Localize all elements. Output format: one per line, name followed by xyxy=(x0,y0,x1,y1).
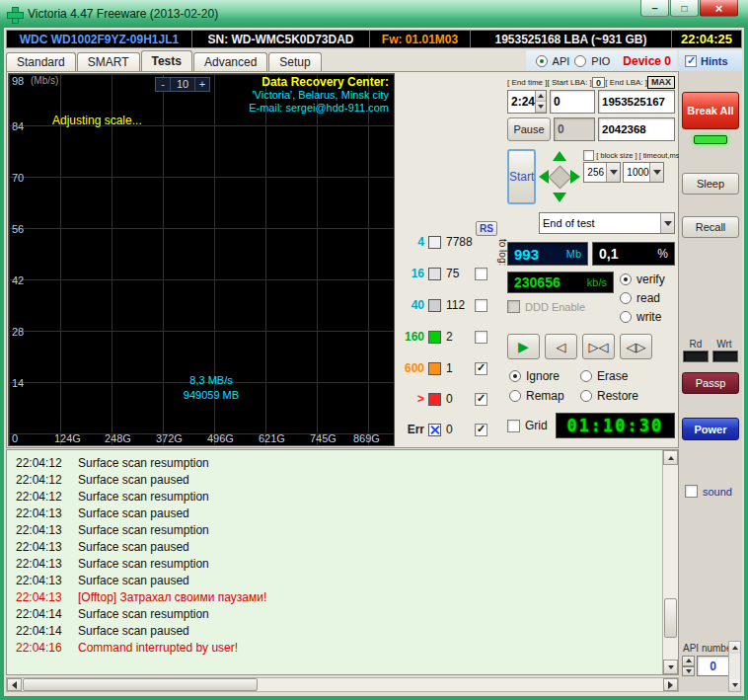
passp-button[interactable]: Passp xyxy=(682,372,739,394)
tab-setup[interactable]: Setup xyxy=(268,52,321,71)
log-scrollbar[interactable] xyxy=(662,450,678,674)
log-time: 22:04:12 xyxy=(7,473,78,487)
scrollbar-thumb[interactable] xyxy=(664,598,677,638)
scrollbar-left-button[interactable] xyxy=(7,678,22,691)
break-all-button[interactable]: Break All xyxy=(682,92,739,129)
transport-seek-forward-button[interactable]: ▷◁ xyxy=(582,334,615,359)
y-axis-label: 28 xyxy=(12,326,24,338)
hints-toggle[interactable]: Hints xyxy=(679,50,742,71)
tab-standard[interactable]: Standard xyxy=(6,52,76,71)
start-lba-rounds[interactable]: 0 xyxy=(592,77,605,88)
log-message: Surface scan resumption xyxy=(78,523,662,537)
end-action-select[interactable]: End of test xyxy=(539,212,675,234)
grid-toggle[interactable]: Grid xyxy=(507,419,548,432)
client-area: WDC WD1002F9YZ-09H1JL1 SN: WD-WMC5K0D73D… xyxy=(4,28,744,696)
combo-column: [ block size ] [ timeout,ms ] 256 10000 xyxy=(583,149,683,206)
dropdown-button[interactable] xyxy=(606,163,620,182)
current-lba-field[interactable]: 2042368 xyxy=(598,117,675,141)
log-checkbox[interactable] xyxy=(475,424,487,436)
close-button[interactable] xyxy=(700,0,738,17)
action-ignore[interactable]: Ignore xyxy=(509,369,580,383)
log-row: 22:04:13Surface scan paused xyxy=(7,538,662,555)
nav-left-icon xyxy=(539,170,549,184)
scrollbar-up-button[interactable] xyxy=(729,642,740,654)
y-axis-label: 56 xyxy=(12,223,24,235)
log-checkbox[interactable] xyxy=(475,393,487,406)
end-lba-input[interactable]: 1953525167 xyxy=(598,90,675,114)
log-checkbox[interactable] xyxy=(475,331,487,344)
action-restore[interactable]: Restore xyxy=(580,389,657,403)
end-time-spinner[interactable]: 2:24 xyxy=(507,90,547,114)
log-checkbox[interactable] xyxy=(475,362,487,375)
tab-tests[interactable]: Tests xyxy=(141,50,192,71)
transport-step-back-button[interactable]: ◁ xyxy=(545,334,577,359)
hints-checkbox[interactable] xyxy=(685,55,697,67)
scale-value: 10 xyxy=(171,78,194,91)
sound-toggle[interactable]: sound xyxy=(685,485,732,498)
scrollbar-up-button[interactable] xyxy=(663,450,678,465)
tab-extras: API PIO Device 0 xyxy=(526,50,677,71)
recall-button[interactable]: Recall xyxy=(682,216,739,238)
scrollbar-right-button[interactable] xyxy=(663,678,678,691)
horizontal-scrollbar[interactable] xyxy=(6,677,679,692)
time-spin-buttons[interactable] xyxy=(535,91,546,113)
latency-row-16: 16 75 xyxy=(399,266,497,281)
spin-up-button[interactable] xyxy=(682,656,695,666)
scale-minus-button[interactable]: - xyxy=(156,78,171,91)
timeout-select[interactable]: 10000 xyxy=(623,162,664,183)
max-button[interactable]: MAX xyxy=(647,76,675,89)
spin-down-button[interactable] xyxy=(682,666,695,677)
tab-advanced[interactable]: Advanced xyxy=(193,52,267,71)
minimize-button[interactable] xyxy=(640,0,669,17)
transport-seek-span-button[interactable]: ◁▷ xyxy=(620,334,652,359)
wrt-indicator xyxy=(712,350,738,362)
dropdown-button[interactable] xyxy=(649,163,663,182)
api-number-field[interactable]: 0 xyxy=(697,656,729,676)
sidebar-scrollbar[interactable] xyxy=(728,641,741,692)
ddd-enable-row[interactable]: DDD Enable xyxy=(507,300,614,313)
action-label: Restore xyxy=(597,389,638,403)
sleep-button[interactable]: Sleep xyxy=(682,173,739,194)
start-lba-input[interactable]: 0 xyxy=(550,90,595,114)
tab-smart[interactable]: SMART xyxy=(77,52,140,71)
api-radio[interactable] xyxy=(536,55,548,67)
latency-count: 75 xyxy=(446,267,459,280)
mode-radios: verify read write xyxy=(620,272,675,324)
latency-threshold-label: 600 xyxy=(399,361,424,375)
action-remap[interactable]: Remap xyxy=(509,389,580,403)
spin-down-button[interactable] xyxy=(536,102,546,113)
maximize-button[interactable] xyxy=(670,0,699,17)
scrollbar-down-button[interactable] xyxy=(729,679,740,691)
log-checkbox[interactable] xyxy=(475,268,487,280)
grid-checkbox[interactable] xyxy=(507,420,520,432)
mode-write[interactable]: write xyxy=(620,310,675,324)
latency-count: 2 xyxy=(446,330,453,344)
transport-play-button[interactable]: ▶ xyxy=(507,334,540,359)
grid-label: Grid xyxy=(525,419,548,432)
arrow-down-icon xyxy=(686,669,692,673)
spin-up-button[interactable] xyxy=(536,91,546,102)
start-button[interactable]: Start xyxy=(507,149,536,204)
scrollbar-down-button[interactable] xyxy=(663,660,678,674)
speed-graph: 98 (Mb/s) 84 70 56 42 28 14 0 124G 248G … xyxy=(8,73,395,446)
power-button[interactable]: Power xyxy=(682,418,739,440)
radio-icon xyxy=(509,390,521,402)
x-axis-label: 745G xyxy=(310,432,337,444)
dropdown-button[interactable] xyxy=(660,213,674,233)
navigation-pad[interactable] xyxy=(539,149,580,204)
action-erase[interactable]: Erase xyxy=(580,369,657,383)
scale-plus-button[interactable]: + xyxy=(194,78,209,91)
block-size-select[interactable]: 256 xyxy=(583,162,621,183)
pio-radio[interactable] xyxy=(574,55,586,67)
mode-verify[interactable]: verify xyxy=(620,272,675,286)
option-checkbox[interactable] xyxy=(583,150,594,161)
title-bar: Victoria 4.47 Freeware (2013-02-20) xyxy=(0,0,748,28)
current-speed-readout: 8,3 MB/s 949059 MB xyxy=(147,373,275,403)
ddd-checkbox[interactable] xyxy=(507,300,520,313)
mode-read[interactable]: read xyxy=(620,291,675,305)
pause-button[interactable]: Pause xyxy=(507,117,551,141)
log-checkbox[interactable] xyxy=(475,299,487,312)
api-spinner[interactable] xyxy=(682,656,695,676)
scrollbar-thumb[interactable] xyxy=(23,678,258,691)
sound-checkbox[interactable] xyxy=(685,485,698,498)
